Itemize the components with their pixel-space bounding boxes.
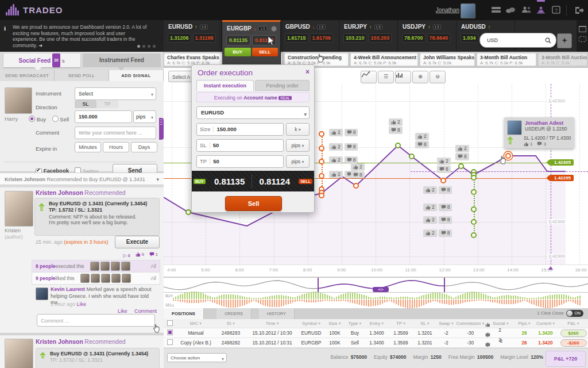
sell-price[interactable]: 78.6640 xyxy=(427,33,451,43)
signal-marker[interactable] xyxy=(319,173,324,179)
chart-annotation[interactable]: 28 xyxy=(329,156,358,163)
amount-input[interactable]: 150.000 xyxy=(75,110,132,123)
tp-input[interactable]: TP50 xyxy=(196,155,284,168)
tab-social-feed[interactable]: Social Feed 10 ⇅ xyxy=(3,53,80,67)
chart-navigator[interactable]: ◂|||▸ xyxy=(164,277,588,293)
pl-cell[interactable]: $260 xyxy=(559,329,588,337)
expire-days-button[interactable]: Days xyxy=(131,142,157,152)
list-view-icon[interactable]: ☰ xyxy=(378,71,394,83)
column-header-id[interactable]: ID ▾ xyxy=(215,321,246,326)
fullscreen-icon[interactable] xyxy=(579,36,586,42)
like-link[interactable]: Like xyxy=(118,308,127,314)
tab-instrument-feed[interactable]: Instrument Feed xyxy=(83,53,161,67)
pl-cell[interactable]: -$260 xyxy=(559,339,588,347)
sell-badge[interactable]: SELL xyxy=(299,179,312,184)
column-header-pl[interactable]: P&L ▾ xyxy=(559,321,588,326)
zoom-in-icon[interactable]: ⊕ xyxy=(412,71,428,83)
sell-radio[interactable] xyxy=(52,116,59,122)
tp-tab[interactable]: TP xyxy=(96,100,118,108)
sidebar-collapse-handle[interactable] xyxy=(159,118,164,140)
one-click-close-toggle[interactable]: ON xyxy=(566,310,583,317)
executed-all-link[interactable]: All xyxy=(151,263,156,269)
comment-link[interactable]: Comment xyxy=(134,308,157,314)
help-icon[interactable]: ? xyxy=(551,6,562,14)
chevron-down-icon[interactable]: ▾ xyxy=(156,173,159,185)
navigator-drag-handle[interactable]: ◂|||▸ xyxy=(373,287,389,292)
subtab-send-poll[interactable]: SEND POLL xyxy=(55,70,109,81)
navigator-handle-right[interactable] xyxy=(444,278,445,292)
line-chart-icon[interactable] xyxy=(361,71,377,83)
instrument-search-input[interactable] xyxy=(486,37,543,44)
users-icon[interactable] xyxy=(521,6,532,14)
chart-annotation[interactable]: 28 xyxy=(415,133,429,148)
signal-marker[interactable] xyxy=(319,131,324,137)
tab-orders[interactable]: ORDERS xyxy=(216,308,252,319)
signal-marker[interactable] xyxy=(409,154,415,159)
buy-price[interactable]: 103.210 xyxy=(343,33,367,43)
execute-button[interactable]: Execute xyxy=(115,236,160,248)
select-all-checkbox[interactable] xyxy=(164,320,176,327)
column-header-type[interactable]: Type ▾ xyxy=(345,321,365,326)
buy-price[interactable]: 1.034 xyxy=(461,33,478,43)
tradeo-logo[interactable]: TRADEO xyxy=(6,4,63,16)
column-header-mc[interactable]: M/C ▾ xyxy=(176,321,215,326)
signal-marker[interactable] xyxy=(319,193,324,198)
tooltip-name[interactable]: Jonathan Adest xyxy=(525,120,567,126)
tab-pending-order[interactable]: Pending order xyxy=(255,80,310,91)
signal-marker[interactable] xyxy=(185,209,191,215)
buy-price[interactable]: 0.81135 xyxy=(226,35,250,45)
column-header-pips[interactable]: Pips ▾ xyxy=(516,321,532,326)
signal-marker[interactable] xyxy=(471,232,477,238)
volume-icon[interactable] xyxy=(395,71,411,83)
signal-marker[interactable] xyxy=(440,178,446,183)
tp-unit-select[interactable]: pips ▾ xyxy=(286,155,310,168)
close-icon[interactable]: × xyxy=(305,68,310,76)
subtab-send-broadcast[interactable]: SEND BROADCAST xyxy=(0,70,55,81)
restore-window-icon[interactable] xyxy=(579,26,586,32)
sell-price[interactable]: 1.61706 xyxy=(310,33,334,43)
search-icon[interactable] xyxy=(545,37,551,44)
comment-box[interactable]: Comment ... xyxy=(37,314,155,327)
signal-marker[interactable] xyxy=(471,219,477,225)
liked-people-row[interactable]: 9 people liked this All xyxy=(32,272,160,285)
signal-marker[interactable] xyxy=(319,159,324,164)
zoom-out-icon[interactable]: ⊖ xyxy=(430,71,446,83)
row-checkbox[interactable] xyxy=(164,329,176,336)
executed-people-row[interactable]: 8 people executed this All xyxy=(32,260,160,273)
chart-annotation[interactable]: 28 xyxy=(455,145,469,160)
signal-marker[interactable] xyxy=(471,189,477,195)
news-event-card[interactable]: 3-Month Bill AuctionA: 6.7k C: 5.0k P: 6… xyxy=(477,53,536,66)
amount-unit-select[interactable]: pips▾ xyxy=(133,110,156,123)
signal-marker[interactable] xyxy=(319,145,324,151)
kevin-name-link[interactable]: Kevin Laurent xyxy=(51,286,85,292)
choose-action-select[interactable]: Choose action▾ xyxy=(167,353,227,362)
sl-unit-select[interactable]: pips ▾ xyxy=(286,139,310,152)
signal-marker[interactable] xyxy=(395,143,401,148)
column-header-commission[interactable]: Commission ▾ xyxy=(455,321,485,326)
news-event-card[interactable]: 4-Week Bill AnnouncementA: 6.7k C: 5.0k … xyxy=(350,53,418,66)
chart-annotation[interactable]: 28 xyxy=(423,186,452,193)
chart-annotation[interactable]: 28 xyxy=(329,143,358,150)
signal-marker[interactable] xyxy=(471,206,477,212)
navigator-handle-left[interactable] xyxy=(318,278,319,292)
logout-icon[interactable] xyxy=(574,6,585,14)
chart-annotation[interactable]: 28 xyxy=(423,204,452,210)
symbol-select[interactable]: EURUSD▾ xyxy=(196,106,310,119)
chart-annotation[interactable]: 28 xyxy=(389,118,403,133)
table-row[interactable]: Copy (Alex B.)249828215.10.2012 / 10:31E… xyxy=(164,338,588,348)
liked-all-link[interactable]: All xyxy=(151,275,156,281)
chart-annotation[interactable]: 28 xyxy=(423,216,452,223)
clouds-icon[interactable] xyxy=(505,6,516,14)
expire-minutes-button[interactable]: Minutes xyxy=(75,142,101,152)
signal-marker[interactable] xyxy=(353,183,359,189)
tab-positions[interactable]: POSITIONS xyxy=(164,308,204,319)
chart-annotation[interactable]: 28 xyxy=(437,158,451,172)
column-header-sl[interactable]: SL ▾ xyxy=(413,321,437,326)
instrument-select[interactable]: Select▾ xyxy=(75,87,156,100)
card2-author-link[interactable]: Kristen Johnson xyxy=(36,338,83,345)
size-input[interactable]: Size150.000 xyxy=(196,123,284,136)
sell-price[interactable]: 1.31198 xyxy=(193,33,216,43)
signal-marker[interactable] xyxy=(458,163,464,169)
table-row[interactable]: Manual249828315.10.2012 / 10:30EURUSD100… xyxy=(164,328,588,338)
size-unit-select[interactable]: k ▾ xyxy=(286,123,310,136)
